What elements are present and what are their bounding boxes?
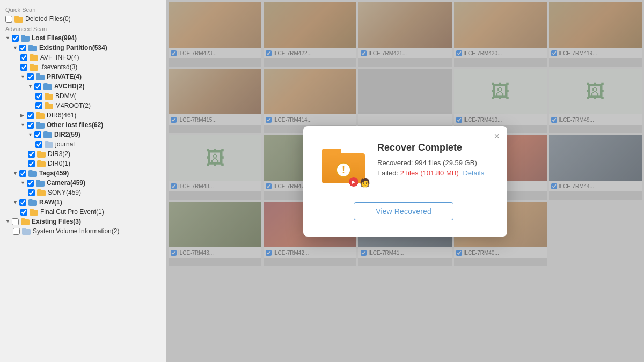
dir2-folder-icon [43,131,52,138]
fsevents-label: .fseventsd(3) [40,63,77,71]
modal-body: ! ▶ 🧑 Recover Complete Recovered: 994 fi… [319,142,488,190]
tree-sony[interactable]: SONY(459) [0,188,166,197]
existing-partition-checkbox[interactable] [19,45,26,51]
details-link[interactable]: Details [463,169,484,177]
tags-arrow: ▼ [13,171,18,176]
journal-checkbox[interactable] [35,141,42,148]
tree-deleted-files[interactable]: Deleted Files(0) [0,14,166,24]
modal-close-button[interactable]: × [494,131,500,141]
dir6-folder-icon [36,112,45,119]
tree-raw[interactable]: ▼ RAW(1) [0,197,166,207]
sony-label: SONY(459) [48,189,81,196]
warning-badge: ! [336,162,351,178]
existing-partition-label: Existing Partition(534) [39,44,107,51]
final-cut-checkbox[interactable] [20,209,27,216]
tree-dir0[interactable]: DIR0(1) [0,159,166,168]
sony-folder-icon [37,189,46,196]
existing-files-label: Existing Files(3) [32,218,81,225]
tree-dir2[interactable]: ▼ DIR2(59) [0,130,166,139]
deleted-files-checkbox[interactable] [5,16,12,23]
recover-complete-modal: × ! ▶ 🧑 [303,126,507,237]
dir2-arrow: ▼ [28,132,33,137]
fsevents-checkbox[interactable] [20,64,27,71]
mini-icons: ▶ 🧑 [349,177,370,188]
tree-m4root[interactable]: M4ROOT(2) [0,101,166,110]
main-content: ILCE-7RM423... ILCE-7RM422... ILCE-7RM42… [166,0,644,362]
camera-label: Camera(459) [47,179,85,187]
private-folder-icon [36,73,45,80]
avchd-arrow: ▼ [28,84,33,89]
tree-private[interactable]: ▼ PRIVATE(4) [0,72,166,82]
tree-camera[interactable]: ▼ Camera(459) [0,178,166,188]
dir3-folder-icon [37,151,46,158]
advanced-scan-label: Advanced Scan [0,24,166,33]
other-lost-label: Other lost files(62) [47,121,103,129]
camera-folder-icon [36,180,45,187]
sidebar: Quick Scan Deleted Files(0) Advanced Sca… [0,0,166,362]
failed-count: 2 files (101.80 MB) [400,169,459,177]
play-icon: ▶ [349,177,358,187]
tree-avf-info[interactable]: AVF_INFO(4) [0,53,166,62]
sony-checkbox[interactable] [28,189,35,196]
deleted-files-folder-icon [14,16,23,23]
tree-bdmv[interactable]: BDMV( [0,91,166,101]
other-lost-arrow: ▼ [20,122,26,128]
journal-folder-icon [45,141,53,148]
tree-tags[interactable]: ▼ Tags(459) [0,168,166,178]
dir0-folder-icon [37,160,46,167]
private-label: PRIVATE(4) [47,73,82,80]
other-lost-folder-icon [36,122,45,129]
tree-journal[interactable]: journal [0,139,166,149]
final-cut-folder-icon [30,209,38,216]
avchd-label: AVCHD(2) [54,83,84,90]
bdmv-folder-icon [45,93,53,100]
tree-dir6[interactable]: ▶ DIR6(461) [0,110,166,120]
bdmv-label: BDMV( [55,92,76,100]
tree-avchd[interactable]: ▼ AVCHD(2) [0,82,166,91]
tags-folder-icon [28,170,37,177]
system-volume-checkbox[interactable] [13,228,20,235]
view-recovered-button[interactable]: View Recovered [354,202,453,220]
existing-partition-arrow: ▼ [13,45,18,50]
avf-info-checkbox[interactable] [20,54,27,61]
modal-recovered-line: Recovered: 994 files (29.59 GB) [377,159,488,167]
camera-arrow: ▼ [20,180,26,186]
tree-dir3[interactable]: DIR3(2) [0,149,166,159]
bdmv-checkbox[interactable] [35,93,42,100]
system-volume-label: System Volume Information(2) [33,227,119,235]
dir3-checkbox[interactable] [28,151,35,158]
avf-info-folder-icon [30,54,38,61]
private-arrow: ▼ [20,74,26,79]
m4root-checkbox[interactable] [35,102,42,109]
folder-warning-icon: ! ▶ 🧑 [322,149,365,183]
tree-lost-files[interactable]: ▼ Lost Files(994) [0,33,166,43]
existing-files-checkbox[interactable] [12,218,19,225]
app-container: Quick Scan Deleted Files(0) Advanced Sca… [0,0,644,362]
raw-checkbox[interactable] [19,199,26,206]
camera-checkbox[interactable] [27,180,34,187]
lost-files-checkbox[interactable] [12,35,19,42]
raw-arrow: ▼ [13,200,18,205]
person-icon: 🧑 [360,177,370,188]
tree-existing-files[interactable]: ▼ Existing Files(3) [0,217,166,226]
tree-other-lost[interactable]: ▼ Other lost files(62) [0,120,166,130]
tree-system-volume[interactable]: System Volume Information(2) [0,226,166,236]
dir2-checkbox[interactable] [34,131,41,138]
quick-scan-label: Quick Scan [0,4,166,14]
raw-folder-icon [28,199,37,206]
dir0-checkbox[interactable] [28,160,35,167]
existing-files-folder-icon [21,218,30,225]
modal-title: Recover Complete [377,142,488,153]
other-lost-checkbox[interactable] [27,122,34,129]
dir6-checkbox[interactable] [27,112,34,119]
tags-checkbox[interactable] [19,170,26,177]
existing-files-arrow: ▼ [5,219,11,224]
private-checkbox[interactable] [27,73,34,80]
tree-fsevents[interactable]: .fseventsd(3) [0,62,166,72]
avchd-checkbox[interactable] [34,83,41,90]
tree-existing-partition[interactable]: ▼ Existing Partition(534) [0,43,166,53]
m4root-label: M4ROOT(2) [55,102,91,109]
modal-text: Recover Complete Recovered: 994 files (2… [377,142,488,177]
modal-icon-area: ! ▶ 🧑 [319,142,368,190]
tree-final-cut[interactable]: Final Cut Pro Event(1) [0,207,166,217]
